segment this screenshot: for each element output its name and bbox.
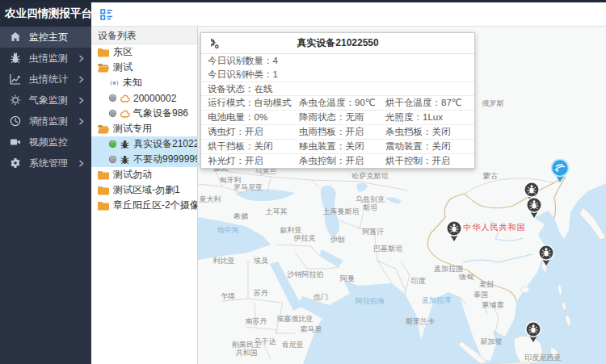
folder-closed-icon	[98, 48, 109, 57]
tree-item-label: 章丘阳丘区-2个摄像头	[113, 199, 198, 212]
folder-closed-icon	[98, 186, 109, 195]
popup-grid-row: 诱虫灯：开启虫雨挡板：开启杀虫挡板：关闭	[201, 124, 474, 139]
folder-closed-icon	[98, 170, 109, 180]
bug-station-marker-icon[interactable]	[525, 197, 543, 219]
sidebar-item-label: 墒情监测	[29, 115, 68, 128]
sidebar-item-label: 系统管理	[29, 157, 68, 170]
tree-item-label: 东区	[113, 45, 133, 59]
bug-station-marker-icon[interactable]	[537, 245, 555, 266]
sidebar-item-home[interactable]: 监控主页	[0, 27, 91, 48]
sidebar-item-weather[interactable]: 气象监测	[0, 90, 91, 111]
tree-device[interactable]: 气象设备986	[91, 106, 197, 121]
tree-folder[interactable]: 测试专用	[91, 121, 197, 136]
home-icon	[10, 31, 21, 43]
popup-summary-row: 今日识别数量：4	[201, 54, 474, 68]
popup-body: 今日识别数量：4今日识别种类：1设备状态：在线运行模式：自动模式杀虫仓温度：90…	[201, 54, 474, 168]
tree-folder[interactable]: 测试区域-勿删1	[91, 182, 197, 198]
tree-item-label: 测试	[113, 61, 133, 74]
popup-grid-cell: 震动装置：关闭	[379, 140, 474, 153]
popup-grid-cell: 烘干控制：开启	[379, 154, 474, 168]
weather-icon	[10, 94, 21, 106]
sidebar-menu: 监控主页虫情监测虫情统计气象监测墒情监测视频监控系统管理	[0, 27, 91, 174]
chevron-right-icon	[78, 97, 84, 104]
map-view[interactable]: 俄罗斯蒙古哈萨克斯坦乌克兰捷克匈牙利罗马尼亚意大利希腊土耳其地中海叙利亚伊拉克伊…	[198, 27, 606, 364]
chevron-right-icon	[78, 118, 84, 125]
sidebar-item-settings[interactable]: 系统管理	[0, 153, 91, 174]
tree-item-label: 20000002	[133, 93, 176, 104]
chevron-right-icon	[78, 55, 84, 62]
device-tree: 东区测试未知20000002气象设备986测试专用真实设备21022550不要动…	[91, 44, 197, 213]
bug-icon	[10, 52, 21, 64]
chevron-right-icon	[78, 160, 84, 167]
sidebar-item-label: 视频监控	[29, 136, 68, 149]
popup-header: 真实设备21022550	[201, 33, 474, 54]
device-list-panel: 设备列表 东区测试未知20000002气象设备986测试专用真实设备210225…	[91, 27, 198, 364]
popup-grid-cell: 杀虫控制：开启	[292, 154, 379, 168]
popup-grid-cell: 诱虫灯：开启	[201, 125, 292, 139]
unknown-device-icon	[109, 78, 120, 88]
weather-device-icon	[120, 109, 130, 119]
popup-grid-cell: 降雨状态：无雨	[292, 111, 379, 124]
tree-folder[interactable]: 章丘阳丘区-2个摄像头	[91, 198, 197, 213]
sidebar: 农业四情测报平台 监控主页虫情监测虫情统计气象监测墒情监测视频监控系统管理	[0, 0, 91, 364]
folder-open-icon	[98, 124, 109, 134]
popup-grid-cell: 烘干挡板：关闭	[201, 140, 292, 153]
tree-item-label: 不要动99999999	[133, 153, 198, 166]
cluster-marker-icon[interactable]	[549, 158, 570, 183]
moisture-icon	[10, 115, 21, 127]
tree-folder[interactable]: 测试	[91, 60, 197, 75]
app-title: 农业四情测报平台	[0, 0, 91, 27]
sidebar-item-chart[interactable]: 虫情统计	[0, 69, 91, 90]
sidebar-item-label: 虫情统计	[29, 73, 68, 86]
popup-grid-cell: 补光灯：开启	[201, 154, 292, 168]
popup-grid-row: 补光灯：开启杀虫控制：开启烘干控制：开启	[201, 153, 474, 168]
popup-summary-row: 今日识别种类：1	[201, 68, 474, 82]
topbar	[91, 2, 606, 27]
sidebar-item-label: 气象监测	[29, 94, 68, 107]
tree-folder[interactable]: 测试勿动	[91, 167, 197, 182]
popup-grid-row: 电池电量：0%降雨状态：无雨光照度：1Lux	[201, 110, 474, 124]
tree-item-label: 测试区域-勿删1	[113, 183, 180, 197]
chevron-right-icon	[78, 76, 84, 83]
status-dot-green	[109, 140, 116, 148]
popup-grid-cell: 虫雨挡板：开启	[292, 125, 379, 139]
popup-grid-cell: 杀虫仓温度：90℃	[292, 96, 379, 110]
device-settings-icon[interactable]	[208, 38, 220, 50]
weather-device-icon	[120, 94, 130, 103]
popup-grid-cell: 移虫装置：关闭	[292, 140, 379, 153]
bug-station-marker-icon[interactable]	[445, 220, 463, 242]
tree-device[interactable]: 20000002	[91, 90, 197, 106]
popup-grid-cell: 电池电量：0%	[201, 111, 292, 124]
popup-grid-row: 运行模式：自动模式杀虫仓温度：90℃烘干仓温度：87℃	[201, 95, 474, 110]
video-icon	[10, 136, 21, 148]
sidebar-item-video[interactable]: 视频监控	[0, 132, 91, 153]
bug-device-icon	[120, 140, 130, 149]
device-info-popup: 真实设备21022550 今日识别数量：4今日识别种类：1设备状态：在线运行模式…	[200, 32, 475, 169]
tree-item-label: 测试专用	[113, 122, 152, 136]
tree-item-label: 未知	[123, 76, 142, 90]
tree-item-label: 真实设备21022550	[133, 137, 198, 151]
status-dot-gray	[109, 110, 116, 117]
sidebar-item-moisture[interactable]: 墒情监测	[0, 111, 91, 132]
tree-device[interactable]: 未知	[91, 75, 197, 90]
popup-grid-cell: 烘干仓温度：87℃	[379, 96, 474, 110]
tree-device[interactable]: 真实设备21022550	[91, 136, 197, 152]
bug-station-marker-icon[interactable]	[524, 321, 542, 343]
popup-grid-cell: 杀虫挡板：关闭	[379, 125, 474, 139]
tree-folder[interactable]: 东区	[91, 44, 197, 60]
status-dot-gray	[109, 156, 116, 163]
popup-status-row: 设备状态：在线	[201, 82, 474, 95]
popup-device-title: 真实设备21022550	[297, 36, 378, 50]
popup-grid-cell: 光照度：1Lux	[379, 111, 474, 124]
top-strip	[0, 0, 606, 2]
bug-device-icon	[120, 155, 130, 165]
status-dot-gray	[109, 94, 116, 102]
sidebar-item-bug[interactable]: 虫情监测	[0, 48, 91, 69]
device-list-toggle-icon[interactable]	[100, 8, 113, 21]
chart-icon	[10, 73, 21, 85]
popup-grid-cell: 运行模式：自动模式	[201, 96, 292, 110]
tree-device[interactable]: 不要动99999999	[91, 152, 197, 167]
folder-open-icon	[98, 63, 109, 73]
device-list-title: 设备列表	[91, 27, 197, 44]
tree-item-label: 气象设备986	[133, 107, 188, 120]
